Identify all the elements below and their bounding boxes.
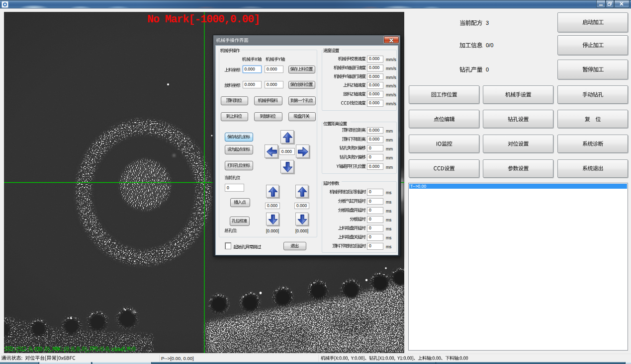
svg-text:No Mark[-1000,0.00]: No Mark[-1000,0.00] bbox=[147, 13, 260, 25]
svg-text:STD:(512.0,410.0),MAK:(0.0,0.0: STD:(512.0,410.0),MAK:(0.0,0.0),FPS:0.0,… bbox=[4, 346, 136, 353]
